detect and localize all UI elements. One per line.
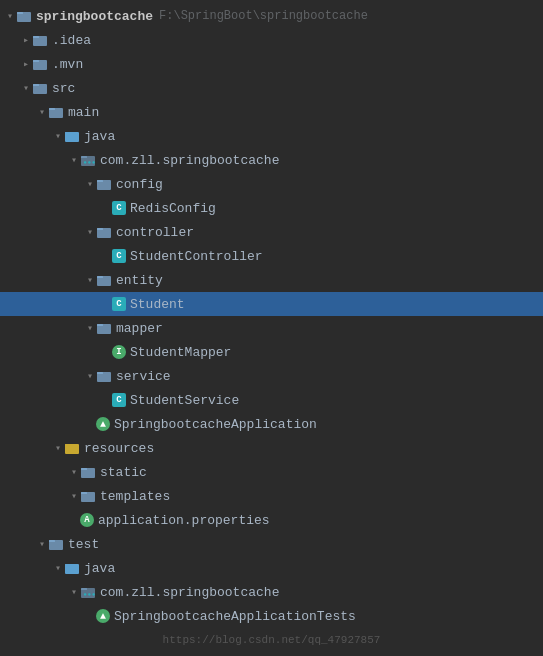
item-label: java	[84, 561, 115, 576]
svg-rect-22	[97, 324, 103, 326]
svg-text:•••: •••	[83, 159, 96, 167]
item-label: .idea	[52, 33, 91, 48]
arrow-open: ▾	[84, 176, 96, 192]
watermark: https://blog.csdn.net/qq_47927857	[0, 628, 543, 652]
svg-rect-24	[97, 372, 103, 374]
svg-text:•••: •••	[83, 591, 96, 599]
tree-item-config-dir[interactable]: ▾config	[0, 172, 543, 196]
tree-item-pkg[interactable]: ▾•••com.zll.springbootcache	[0, 148, 543, 172]
svg-rect-34	[65, 564, 71, 566]
tree-item-app-props[interactable]: Aapplication.properties	[0, 508, 543, 532]
project-tree[interactable]: ▾springbootcacheF:\SpringBoot\springboot…	[0, 0, 543, 656]
tree-item-templates-dir[interactable]: ▾templates	[0, 484, 543, 508]
item-label: SpringbootcacheApplicationTests	[114, 609, 356, 624]
arrow-none	[100, 296, 112, 312]
arrow-none	[68, 512, 80, 528]
svg-rect-26	[65, 444, 71, 446]
item-label: RedisConfig	[130, 201, 216, 216]
item-label: src	[52, 81, 75, 96]
item-label: SpringbootcacheApplication	[114, 417, 317, 432]
item-label: StudentService	[130, 393, 239, 408]
svg-rect-16	[97, 180, 103, 182]
svg-rect-11	[65, 132, 71, 134]
tree-item-pkg2[interactable]: ▾•••com.zll.springbootcache	[0, 580, 543, 604]
item-label: templates	[100, 489, 170, 504]
tree-item-StudentMapper[interactable]: IStudentMapper	[0, 340, 543, 364]
arrow-open: ▾	[84, 368, 96, 384]
tree-item-mvn[interactable]: ▸.mvn	[0, 52, 543, 76]
svg-rect-30	[81, 492, 87, 494]
svg-rect-13	[81, 156, 87, 158]
root-label: springbootcache	[36, 9, 153, 24]
svg-rect-28	[81, 468, 87, 470]
tree-item-StudentController[interactable]: CStudentController	[0, 244, 543, 268]
arrow-none	[84, 416, 96, 432]
tree-item-idea[interactable]: ▸.idea	[0, 28, 543, 52]
arrow-open: ▾	[52, 128, 64, 144]
arrow-none	[100, 344, 112, 360]
item-label: main	[68, 105, 99, 120]
item-label: config	[116, 177, 163, 192]
item-label: com.zll.springbootcache	[100, 153, 279, 168]
item-label: StudentMapper	[130, 345, 231, 360]
root-path: F:\SpringBoot\springbootcache	[159, 9, 368, 23]
item-label: Student	[130, 297, 185, 312]
item-label: entity	[116, 273, 163, 288]
arrow-none	[84, 608, 96, 624]
item-label: mapper	[116, 321, 163, 336]
tree-item-root[interactable]: ▾springbootcacheF:\SpringBoot\springboot…	[0, 4, 543, 28]
arrow-none	[100, 200, 112, 216]
item-label: resources	[84, 441, 154, 456]
item-label: test	[68, 537, 99, 552]
tree-item-src[interactable]: ▾src	[0, 76, 543, 100]
tree-item-service-dir[interactable]: ▾service	[0, 364, 543, 388]
svg-rect-7	[33, 84, 39, 86]
arrow-open: ▾	[52, 440, 64, 456]
arrow-open: ▾	[36, 104, 48, 120]
tree-item-java2[interactable]: ▾java	[0, 556, 543, 580]
tree-item-main[interactable]: ▾main	[0, 100, 543, 124]
item-label: controller	[116, 225, 194, 240]
arrow-open: ▾	[84, 224, 96, 240]
svg-rect-1	[17, 12, 23, 14]
svg-rect-36	[81, 588, 87, 590]
arrow-open: ▾	[68, 152, 80, 168]
tree-item-SpringbootcacheApp[interactable]: ▲SpringbootcacheApplication	[0, 412, 543, 436]
tree-item-entity-dir[interactable]: ▾entity	[0, 268, 543, 292]
tree-item-test-dir[interactable]: ▾test	[0, 532, 543, 556]
tree-item-resources-dir[interactable]: ▾resources	[0, 436, 543, 460]
arrow-open: ▾	[68, 464, 80, 480]
arrow-open: ▾	[36, 536, 48, 552]
item-label: service	[116, 369, 171, 384]
arrow-open: ▾	[52, 560, 64, 576]
tree-item-Student[interactable]: CStudent	[0, 292, 543, 316]
svg-rect-5	[33, 60, 39, 62]
svg-rect-18	[97, 228, 103, 230]
item-label: com.zll.springbootcache	[100, 585, 279, 600]
item-label: application.properties	[98, 513, 270, 528]
arrow-open: ▾	[68, 488, 80, 504]
arrow-none	[100, 248, 112, 264]
arrow-closed: ▸	[20, 32, 32, 48]
tree-item-RedisConfig[interactable]: CRedisConfig	[0, 196, 543, 220]
arrow-open: ▾	[68, 584, 80, 600]
arrow-closed: ▸	[20, 56, 32, 72]
svg-rect-20	[97, 276, 103, 278]
item-label: .mvn	[52, 57, 83, 72]
item-label: StudentController	[130, 249, 263, 264]
svg-rect-3	[33, 36, 39, 38]
arrow-open: ▾	[20, 80, 32, 96]
item-label: java	[84, 129, 115, 144]
tree-item-java[interactable]: ▾java	[0, 124, 543, 148]
tree-item-StudentService[interactable]: CStudentService	[0, 388, 543, 412]
svg-rect-32	[49, 540, 55, 542]
arrow-open: ▾	[84, 320, 96, 336]
tree-item-static-dir[interactable]: ▾static	[0, 460, 543, 484]
arrow-open: ▾	[4, 8, 16, 24]
arrow-none	[100, 392, 112, 408]
tree-item-SpringbootcacheAppTest[interactable]: ▲SpringbootcacheApplicationTests	[0, 604, 543, 628]
tree-item-controller-dir[interactable]: ▾controller	[0, 220, 543, 244]
item-label: static	[100, 465, 147, 480]
tree-item-mapper-dir[interactable]: ▾mapper	[0, 316, 543, 340]
svg-rect-9	[49, 108, 55, 110]
